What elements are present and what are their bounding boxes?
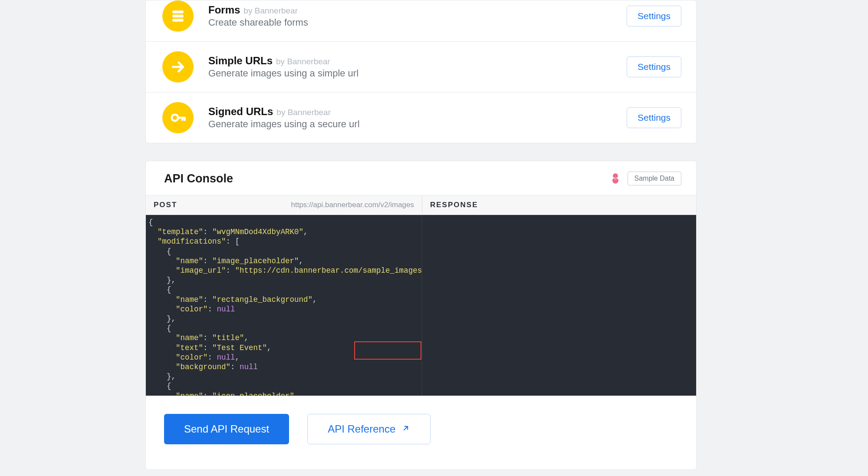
api-console-header: API Console Sample Data bbox=[146, 161, 696, 195]
integration-row-forms: Forms by Bannerbear Create shareable for… bbox=[146, 0, 696, 42]
arrow-icon bbox=[162, 51, 194, 83]
highlight-annotation bbox=[354, 341, 421, 360]
integration-row-simple-urls: Simple URLs by Bannerbear Generate image… bbox=[146, 42, 696, 93]
settings-button[interactable]: Settings bbox=[627, 56, 681, 77]
api-footer: Send API Request API Reference bbox=[146, 396, 696, 469]
integration-title: Signed URLs bbox=[208, 106, 273, 118]
svg-rect-2 bbox=[172, 19, 183, 21]
api-subheader: POST https://api.bannerbear.com/v2/image… bbox=[146, 195, 696, 215]
integrations-card: Forms by Bannerbear Create shareable for… bbox=[145, 0, 697, 143]
api-console-title: API Console bbox=[164, 172, 233, 185]
post-label: POST bbox=[154, 201, 177, 209]
api-console-card: API Console Sample Data POST https://api… bbox=[145, 161, 697, 470]
api-body: { "template": "wvgMNmDod4XdbyARK0", "mod… bbox=[146, 215, 696, 396]
integration-by: by Bannerbear bbox=[276, 108, 331, 117]
integration-text: Signed URLs by Bannerbear Generate image… bbox=[208, 106, 627, 130]
svg-point-4 bbox=[614, 177, 617, 180]
svg-rect-0 bbox=[172, 10, 183, 13]
send-api-request-button[interactable]: Send API Request bbox=[164, 414, 289, 444]
svg-rect-1 bbox=[172, 15, 183, 17]
api-reference-label: API Reference bbox=[328, 423, 395, 435]
integration-title: Simple URLs bbox=[208, 55, 273, 67]
key-icon bbox=[162, 102, 194, 133]
response-label: RESPONSE bbox=[430, 201, 478, 209]
integration-desc: Generate images using a secure url bbox=[208, 119, 627, 130]
integration-desc: Create shareable forms bbox=[208, 17, 627, 28]
forms-icon bbox=[162, 0, 194, 32]
integration-by: by Bannerbear bbox=[276, 57, 330, 66]
integration-text: Forms by Bannerbear Create shareable for… bbox=[208, 4, 627, 28]
external-link-icon bbox=[401, 423, 410, 435]
settings-button[interactable]: Settings bbox=[627, 6, 681, 26]
sample-data-button[interactable]: Sample Data bbox=[628, 172, 682, 185]
integration-text: Simple URLs by Bannerbear Generate image… bbox=[208, 55, 627, 79]
integration-desc: Generate images using a simple url bbox=[208, 68, 627, 79]
api-reference-button[interactable]: API Reference bbox=[307, 414, 431, 444]
bannerbear-logo-icon bbox=[609, 172, 621, 185]
response-panel bbox=[422, 215, 696, 396]
integration-title: Forms bbox=[208, 4, 240, 16]
post-url: https://api.bannerbear.com/v2/images bbox=[291, 201, 414, 209]
integration-row-signed-urls: Signed URLs by Bannerbear Generate image… bbox=[146, 93, 696, 143]
response-column-header: RESPONSE bbox=[422, 195, 696, 215]
post-column-header: POST https://api.bannerbear.com/v2/image… bbox=[146, 195, 422, 215]
settings-button[interactable]: Settings bbox=[627, 107, 681, 128]
integration-by: by Bannerbear bbox=[243, 6, 298, 16]
code-editor[interactable]: { "template": "wvgMNmDod4XdbyARK0", "mod… bbox=[146, 215, 422, 396]
